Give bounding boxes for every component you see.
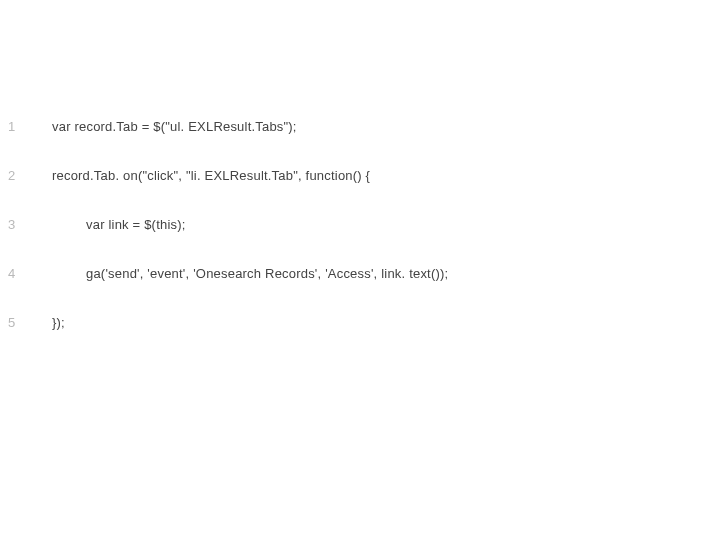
- line-number: 5: [8, 316, 34, 329]
- code-text: });: [34, 316, 65, 329]
- line-number: 4: [8, 267, 34, 280]
- code-line: 2 record.Tab. on("click", "li. EXLResult…: [8, 169, 720, 182]
- code-line: 4 ga('send', 'event', 'Onesearch Records…: [8, 267, 720, 280]
- code-text: ga('send', 'event', 'Onesearch Records',…: [34, 267, 448, 280]
- code-text: record.Tab. on("click", "li. EXLResult.T…: [34, 169, 370, 182]
- line-number: 3: [8, 218, 34, 231]
- code-line: 5 });: [8, 316, 720, 329]
- line-number: 2: [8, 169, 34, 182]
- code-text: var record.Tab = $("ul. EXLResult.Tabs")…: [34, 120, 297, 133]
- code-text: var link = $(this);: [34, 218, 186, 231]
- line-number: 1: [8, 120, 34, 133]
- code-block: 1 var record.Tab = $("ul. EXLResult.Tabs…: [0, 0, 720, 329]
- code-line: 1 var record.Tab = $("ul. EXLResult.Tabs…: [8, 120, 720, 133]
- code-line: 3 var link = $(this);: [8, 218, 720, 231]
